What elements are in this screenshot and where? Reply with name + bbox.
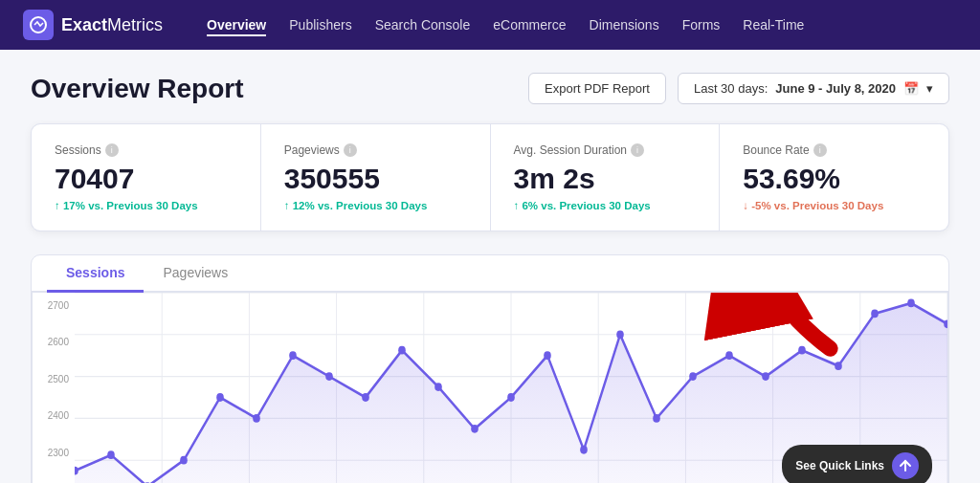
data-point (289, 351, 297, 360)
data-point (907, 299, 915, 308)
stat-sessions-change: ↑ 17% vs. Previous 30 Days (55, 200, 237, 211)
daterange-prefix: Last 30 days: (694, 81, 768, 96)
stat-pageviews: Pageviews i 350555 ↑ 12% vs. Previous 30… (261, 124, 490, 231)
data-point (216, 393, 224, 402)
stat-avg-duration-change: ↑ 6% vs. Previous 30 Days (514, 200, 697, 211)
logo-icon (23, 10, 54, 40)
info-icon-pv: i (344, 143, 357, 157)
nav-ecommerce[interactable]: eCommerce (493, 13, 566, 36)
nav-search-console[interactable]: Search Console (375, 13, 471, 36)
navbar: ExactMetrics Overview Publishers Search … (0, 0, 980, 50)
data-point (689, 372, 697, 381)
data-point (325, 372, 333, 381)
info-icon-br: i (813, 143, 827, 157)
data-point (398, 346, 406, 355)
stat-avg-duration-value: 3m 2s (514, 163, 697, 194)
stat-bounce-rate-change: ↓ -5% vs. Previous 30 Days (743, 200, 925, 211)
y-label-4: 2400 (33, 410, 75, 421)
data-point (762, 372, 769, 381)
stat-sessions-label: Sessions i (55, 143, 237, 157)
data-point (180, 456, 188, 465)
svg-point-0 (31, 17, 46, 33)
y-label-3: 2500 (33, 374, 75, 384)
tab-pageviews[interactable]: Pageviews (144, 255, 247, 293)
nav-dimensions[interactable]: Dimensions (590, 13, 659, 36)
data-point (471, 425, 479, 433)
stat-avg-duration: Avg. Session Duration i 3m 2s ↑ 6% vs. P… (491, 124, 720, 231)
data-point (434, 383, 442, 391)
tab-sessions[interactable]: Sessions (47, 255, 144, 293)
chevron-down-icon: ▾ (926, 81, 933, 96)
stat-bounce-rate-value: 53.69% (743, 163, 925, 194)
data-point (580, 446, 588, 454)
calendar-icon: 📅 (903, 81, 919, 96)
nav-realtime[interactable]: Real-Time (743, 13, 804, 36)
stat-sessions: Sessions i 70407 ↑ 17% vs. Previous 30 D… (32, 124, 260, 231)
chart-section: Sessions Pageviews 2700 2600 2500 2400 2… (31, 254, 949, 483)
stat-pageviews-label: Pageviews i (284, 143, 467, 157)
y-label-5: 2300 (33, 448, 75, 458)
y-label-1: 2700 (33, 300, 75, 311)
data-point (725, 351, 733, 360)
quick-links-label: See Quick Links (795, 459, 884, 472)
data-point (362, 393, 369, 402)
data-point (653, 414, 660, 423)
chart-tabs: Sessions Pageviews (32, 255, 948, 293)
info-icon-dur: i (631, 143, 644, 157)
page-title: Overview Report (31, 74, 244, 104)
data-point (835, 362, 842, 370)
nav-links: Overview Publishers Search Console eComm… (207, 13, 804, 36)
nav-forms[interactable]: Forms (682, 13, 721, 36)
brand-logo: ExactMetrics (23, 10, 176, 40)
quick-links-button[interactable]: See Quick Links (782, 445, 932, 483)
export-pdf-button[interactable]: Export PDF Report (528, 73, 666, 104)
data-point (871, 310, 879, 318)
stat-sessions-value: 70407 (55, 163, 237, 194)
chart-area: 2700 2600 2500 2400 2300 2200 (32, 293, 948, 483)
header-row: Overview Report Export PDF Report Last 3… (31, 73, 949, 104)
main-content: Overview Report Export PDF Report Last 3… (0, 50, 980, 483)
daterange-value: June 9 - July 8, 2020 (775, 81, 896, 96)
data-point (507, 393, 515, 402)
nav-publishers[interactable]: Publishers (289, 13, 351, 36)
info-icon: i (105, 143, 119, 157)
data-point (107, 450, 115, 459)
chart-y-axis: 2700 2600 2500 2400 2300 2200 (33, 293, 75, 483)
stat-bounce-rate-label: Bounce Rate i (743, 143, 925, 157)
daterange-picker[interactable]: Last 30 days: June 9 - July 8, 2020 📅 ▾ (678, 73, 949, 104)
brand-text: ExactMetrics (61, 15, 163, 35)
stats-grid: Sessions i 70407 ↑ 17% vs. Previous 30 D… (31, 123, 949, 231)
data-point (253, 414, 260, 423)
stat-pageviews-change: ↑ 12% vs. Previous 30 Days (284, 200, 467, 211)
stat-pageviews-value: 350555 (284, 163, 467, 194)
y-label-2: 2600 (33, 337, 75, 347)
nav-overview[interactable]: Overview (207, 13, 266, 36)
data-point (616, 330, 624, 339)
header-actions: Export PDF Report Last 30 days: June 9 -… (528, 73, 949, 104)
data-point (798, 346, 806, 355)
quick-links-icon (892, 452, 919, 479)
stat-avg-duration-label: Avg. Session Duration i (514, 143, 697, 157)
data-point (544, 351, 551, 360)
stat-bounce-rate: Bounce Rate i 53.69% ↓ -5% vs. Previous … (720, 124, 948, 231)
